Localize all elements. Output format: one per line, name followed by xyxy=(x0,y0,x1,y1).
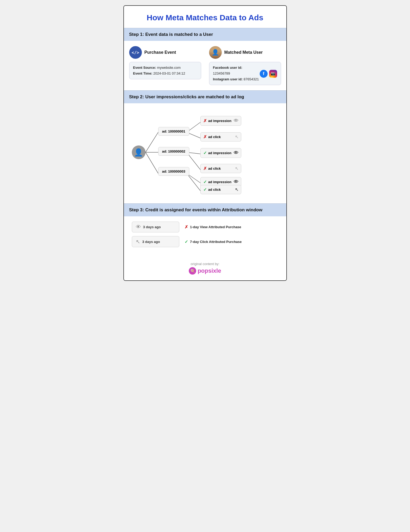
step2-header: Step 2: User impressions/clicks are matc… xyxy=(124,90,286,103)
result-3-status: ✓ xyxy=(203,150,207,155)
result-5-status: ✓ xyxy=(203,179,207,184)
result-3-eye-icon: 👁 xyxy=(234,150,238,156)
event-source-value: mywebsite.com xyxy=(157,66,181,70)
attr-left-1: 👁 3 days ago xyxy=(132,222,179,232)
attr-status-2: ✓ xyxy=(185,239,188,244)
result-2-label: ad click xyxy=(208,135,221,139)
event-source-label: Event Source: xyxy=(133,66,156,70)
footer: original content by: 🍭 popsixle xyxy=(124,257,286,280)
result-5-label: ad impression xyxy=(208,180,231,184)
result-1-eye-icon: 👁 xyxy=(234,118,238,124)
attr-result-2: ✓ 7-day Click Attributed Purchase xyxy=(185,239,242,244)
svg-line-2 xyxy=(146,152,158,173)
fb-id-label: Facebook user id: xyxy=(213,66,242,70)
attr-left-2: ↖ 3 days ago xyxy=(132,236,179,247)
attribution-row-1: 👁 3 days ago ✗ 1-day View Attributed Pur… xyxy=(132,222,278,232)
attr-status-1: ✗ xyxy=(185,224,188,230)
purchase-event-info: Event Source: mywebsite.com Event Time: … xyxy=(129,62,201,79)
event-time-label: Event Time: xyxy=(133,71,152,75)
step3-content: 👁 3 days ago ✗ 1-day View Attributed Pur… xyxy=(124,216,286,257)
attr-eye-icon-1: 👁 xyxy=(136,224,141,230)
popsixle-logo: 🍭 popsixle xyxy=(127,267,284,275)
ad-node-1: ad: 100000001 xyxy=(158,127,189,136)
attr-days-2: 3 days ago xyxy=(142,240,160,244)
event-time-value: 2024-03-01 07:34:12 xyxy=(153,71,185,75)
matched-user-info: Facebook user id: 123456789 Instagram us… xyxy=(209,62,281,85)
footer-label: original content by: xyxy=(127,262,284,266)
result-2-click-icon: ↖ xyxy=(235,134,238,139)
fb-id-value: 123456789 xyxy=(213,71,230,75)
result-5-eye-icon: 👁 xyxy=(234,179,238,185)
result-6-label: ad click xyxy=(208,188,221,192)
step1-content: </> Purchase Event Event Source: mywebsi… xyxy=(124,41,286,90)
ig-id-label: Instagram user id: xyxy=(213,77,243,81)
step1-header: Step 1: Event data is matched to a User xyxy=(124,28,286,41)
attribution-row-2: ↖ 3 days ago ✓ 7-day Click Attributed Pu… xyxy=(132,236,278,247)
attr-days-1: 3 days ago xyxy=(143,225,161,229)
ad-node-3: ad: 100000003 xyxy=(158,167,189,176)
result-4-click-icon: ↖ xyxy=(235,166,238,171)
main-title: How Meta Matches Data to Ads xyxy=(124,6,286,28)
step2-content: 👤 ad: 100000001 ad: 100000002 ad: 100000… xyxy=(124,103,286,203)
matched-user-label: Matched Meta User xyxy=(224,50,263,55)
svg-line-0 xyxy=(146,132,158,152)
svg-line-8 xyxy=(187,173,200,191)
brand-name: popsixle xyxy=(197,267,221,274)
popsixle-icon: 🍭 xyxy=(189,267,196,275)
attr-result-text-2: 7-day Click Attributed Purchase xyxy=(190,240,242,244)
purchase-event-label: Purchase Event xyxy=(144,50,176,55)
user-avatar-icon: 👤 xyxy=(209,46,222,59)
attr-click-icon-2: ↖ xyxy=(136,238,140,245)
result-1-status: ✗ xyxy=(203,118,207,123)
result-4-label: ad click xyxy=(208,167,221,170)
user-node: 👤 xyxy=(132,145,146,159)
result-2-status: ✗ xyxy=(203,134,207,139)
ad-node-2: ad: 100000002 xyxy=(158,147,189,156)
matched-user-col: 👤 Matched Meta User Facebook user id: 12… xyxy=(209,46,281,85)
social-icons: f 📷 xyxy=(260,70,277,78)
diagram-container: 👤 ad: 100000001 ad: 100000002 ad: 100000… xyxy=(129,109,281,198)
purchase-event-col: </> Purchase Event Event Source: mywebsi… xyxy=(129,46,201,79)
attr-result-1: ✗ 1-day View Attributed Purchase xyxy=(185,224,241,230)
result-4: ✗ ad click ↖ xyxy=(200,164,241,173)
result-4-status: ✗ xyxy=(203,166,207,171)
facebook-icon: f xyxy=(260,70,268,78)
step3-header: Step 3: Credit is assigned for events wi… xyxy=(124,203,286,216)
purchase-event-icon: </> xyxy=(129,46,142,59)
instagram-icon: 📷 xyxy=(269,70,277,78)
result-3: ✓ ad impression 👁 xyxy=(200,148,241,158)
page-wrapper: How Meta Matches Data to Ads Step 1: Eve… xyxy=(123,5,287,281)
result-1: ✗ ad impression 👁 xyxy=(200,116,241,126)
result-6-click-icon: ↖ xyxy=(235,187,238,192)
ig-id-value: 87654321 xyxy=(244,77,259,81)
result-3-label: ad impression xyxy=(208,151,231,155)
attr-result-text-1: 1-day View Attributed Purchase xyxy=(190,225,241,229)
result-2: ✗ ad click ↖ xyxy=(200,132,241,141)
result-6-status: ✓ xyxy=(203,187,207,192)
result-1-label: ad impression xyxy=(208,119,231,123)
result-6: ✓ ad click ↖ xyxy=(200,185,241,194)
avatar-face: 👤 xyxy=(209,46,222,59)
